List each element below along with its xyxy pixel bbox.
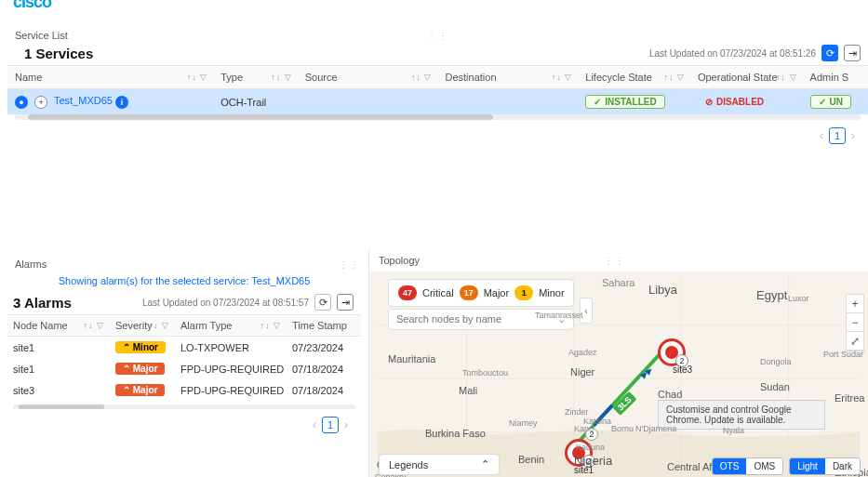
operational-badge: DISABLED (698, 96, 771, 108)
services-updated: Last Updated on 07/23/2024 at 08:51:26 (649, 48, 816, 59)
major-label: Major (484, 287, 510, 298)
pager-page[interactable]: 1 (322, 417, 339, 433)
col-node[interactable]: Node Name↑↓ ▽ (7, 315, 110, 337)
alarms-updated: Last Updated on 07/23/2024 at 08:51:57 (142, 298, 309, 308)
pager-next-icon[interactable]: › (344, 418, 348, 431)
services-scrollbar[interactable] (15, 114, 861, 120)
zoom-controls: + − ⤢ (846, 294, 864, 351)
toggle-oms[interactable]: OMS (746, 458, 782, 474)
col-source[interactable]: Source↑↓ ▽ (298, 66, 438, 89)
topology-label: Topology (379, 255, 420, 266)
refresh-icon[interactable]: ⟳ (821, 45, 838, 61)
col-admin[interactable]: Admin S (803, 66, 868, 89)
node-site3[interactable]: 2 (658, 338, 686, 366)
critical-count: 47 (398, 285, 417, 300)
critical-label: Critical (422, 287, 454, 298)
map-canvas[interactable]: 47 Critical 17 Major 1 Minor ⌄ ‹ + − ⤢ 2… (369, 272, 868, 477)
alarm-node: site1 (7, 358, 110, 379)
layer-toggle[interactable]: OTS OMS (712, 457, 783, 475)
alarm-row[interactable]: site1⌃ MajorFPD-UPG-REQUIRED07/18/2024 (7, 358, 361, 379)
pager-next-icon[interactable]: › (851, 129, 855, 142)
node-label-site1: site1 (574, 465, 594, 475)
alarm-node: site1 (7, 337, 110, 359)
services-pager: ‹ 1 › (7, 120, 868, 152)
severity-badge: ⌃ Major (115, 384, 165, 396)
alarm-type: FPD-UPG-REQUIRED (175, 379, 287, 401)
alarm-time: 07/23/2024 (287, 337, 361, 359)
drag-handle-icon[interactable]: ⋮⋮ (339, 259, 361, 270)
search-input[interactable] (396, 313, 532, 325)
col-name[interactable]: Name↑↓ ▽ (7, 66, 213, 89)
pager-page[interactable]: 1 (829, 127, 846, 144)
severity-badge: ⌃ Minor (115, 341, 166, 353)
node-label-site3: site3 (673, 364, 692, 375)
chevron-up-icon: ⌃ (481, 458, 489, 470)
refresh-icon[interactable]: ⟳ (314, 294, 331, 311)
expand-icon[interactable]: + (34, 96, 47, 109)
zoom-fit-icon[interactable]: ⤢ (847, 332, 863, 351)
col-lifecycle[interactable]: Lifecycle State↑↓ ▽ (578, 66, 690, 89)
browser-tooltip: Customise and control Google Chrome. Upd… (658, 400, 825, 430)
col-type[interactable]: Type↑↓ ▽ (213, 66, 297, 89)
zoom-out-icon[interactable]: − (847, 313, 863, 332)
link-endpoint-icon[interactable]: 2 (585, 428, 598, 441)
alarms-scrollbar[interactable] (13, 404, 355, 409)
alarms-pager: ‹ 1 › (7, 409, 361, 441)
legends-toggle[interactable]: Legends ⌃ (379, 454, 500, 475)
alarms-panel: Alarms ⋮⋮ Showing alarm(s) for the selec… (7, 249, 361, 441)
alarms-table: Node Name↑↓ ▽ Severity↑↓ ▽ Alarm Type↑↓ … (7, 314, 361, 401)
toggle-ots[interactable]: OTS (713, 458, 747, 474)
lifecycle-badge: ✓ INSTALLED (585, 95, 664, 109)
toggle-dark[interactable]: Dark (825, 458, 860, 474)
alarm-time: 07/18/2024 (287, 358, 361, 379)
info-icon[interactable]: i (115, 96, 128, 109)
service-list-text: Service List (15, 30, 68, 41)
col-operational[interactable]: Operational State↑↓ ▽ (690, 66, 803, 89)
pager-prev-icon[interactable]: ‹ (820, 129, 823, 142)
alarms-filter-note: Showing alarm(s) for the selected servic… (7, 272, 361, 292)
chevron-down-icon[interactable]: ⌄ (557, 313, 566, 325)
export-icon[interactable]: ⇥ (337, 294, 354, 311)
admin-badge: ✓ UN (810, 95, 851, 109)
alarm-row[interactable]: site1⌃ MinorLO-TXPOWER07/23/2024 (7, 337, 361, 359)
map-toggles: OTS OMS Light Dark (706, 457, 861, 475)
toggle-light[interactable]: Light (790, 458, 825, 474)
col-severity[interactable]: Severity↑↓ ▽ (110, 315, 175, 337)
alarm-type: LO-TXPOWER (175, 337, 287, 359)
alarm-node: site3 (7, 379, 110, 401)
row-select-icon[interactable]: ● (15, 96, 28, 109)
drag-handle-icon[interactable]: ⋮⋮ (604, 256, 626, 266)
drag-handle-icon[interactable]: ⋮⋮ (427, 31, 449, 41)
service-source (298, 89, 438, 115)
services-panel: Service List ⋮⋮ 1 Services Last Updated … (7, 20, 868, 152)
service-list-label: Service List ⋮⋮ (15, 30, 868, 41)
service-destination (437, 89, 578, 115)
minor-count: 1 (514, 285, 533, 300)
alarm-type: FPD-UPG-REQUIRED (175, 358, 287, 379)
pager-prev-icon[interactable]: ‹ (313, 418, 316, 431)
col-alarm-type[interactable]: Alarm Type↑↓ ▽ (175, 315, 287, 337)
legends-label: Legends (389, 459, 428, 470)
export-icon[interactable]: ⇥ (844, 45, 861, 61)
services-title: 1 Services (24, 46, 93, 61)
alarm-row[interactable]: site3⌃ MajorFPD-UPG-REQUIRED07/18/2024 (7, 379, 361, 401)
service-name-link[interactable]: Test_MXD65 (54, 95, 113, 106)
minor-label: Minor (539, 287, 565, 298)
alarms-title: 3 Alarms (13, 295, 72, 311)
panel-collapse-icon[interactable]: ‹ (580, 298, 593, 324)
col-destination[interactable]: Destination↑↓ ▽ (437, 66, 578, 89)
topology-panel: Topology ⋮⋮ 47 Critical 17 Major 1 Minor… (368, 249, 868, 477)
service-row[interactable]: ● + Test_MXD65 i OCH-Trail ✓ INSTALLED D… (7, 89, 868, 115)
theme-toggle[interactable]: Light Dark (789, 457, 861, 475)
zoom-in-icon[interactable]: + (847, 295, 863, 313)
brand-logo: cisco (4, 0, 60, 12)
node-search-box[interactable]: ⌄ (388, 309, 574, 330)
services-table: Name↑↓ ▽ Type↑↓ ▽ Source↑↓ ▽ Destination… (7, 65, 868, 114)
service-type: OCH-Trail (213, 89, 297, 115)
col-timestamp[interactable]: Time Stamp (287, 315, 361, 337)
major-count: 17 (460, 285, 478, 300)
alarm-count-legend: 47 Critical 17 Major 1 Minor (388, 279, 574, 307)
alarm-time: 07/18/2024 (287, 379, 361, 401)
severity-badge: ⌃ Major (115, 363, 165, 375)
node-site1[interactable]: 2 (565, 439, 593, 467)
